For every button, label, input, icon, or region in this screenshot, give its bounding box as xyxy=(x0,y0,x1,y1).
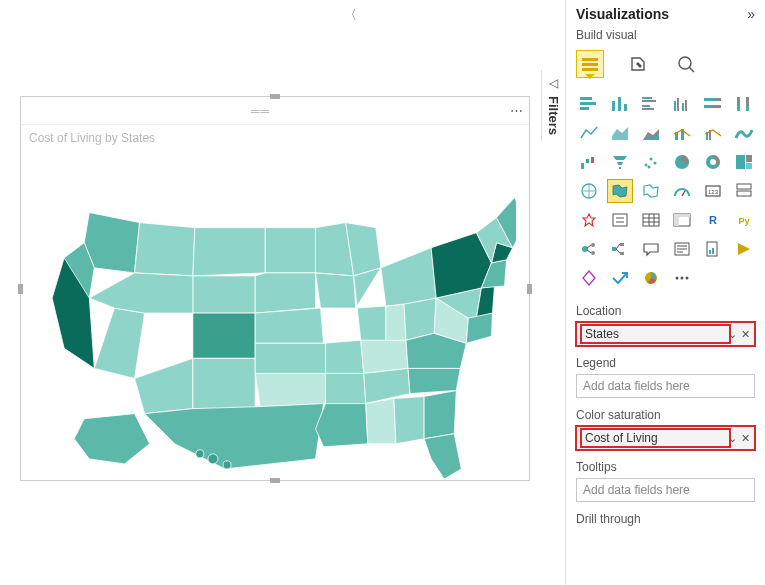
expand-filters-icon[interactable]: ◁ xyxy=(549,76,558,90)
collapse-vis-panel-icon[interactable]: 〈 xyxy=(344,6,357,24)
svg-rect-25 xyxy=(737,97,740,103)
vis-python[interactable]: Py xyxy=(731,208,757,232)
vis-power-automate[interactable] xyxy=(731,237,757,261)
expand-panel-icon[interactable]: » xyxy=(747,6,755,22)
vis-kpi[interactable] xyxy=(576,208,602,232)
vis-line-stacked-column[interactable] xyxy=(669,121,695,145)
vis-clustered-bar[interactable] xyxy=(638,92,664,116)
location-well-section: Location States ⌄✕ xyxy=(576,304,755,346)
svg-rect-61 xyxy=(674,214,690,217)
svg-rect-13 xyxy=(642,100,656,102)
vis-gauge[interactable] xyxy=(669,179,695,203)
svg-rect-51 xyxy=(613,214,627,226)
tooltips-field-well[interactable]: Add data fields here xyxy=(576,478,755,502)
more-options-icon[interactable]: ⋯ xyxy=(510,103,523,118)
svg-rect-15 xyxy=(642,108,654,110)
svg-rect-33 xyxy=(586,159,589,163)
vis-line-clustered-column[interactable] xyxy=(700,121,726,145)
vis-matrix[interactable] xyxy=(669,208,695,232)
visual-drag-handle[interactable]: ══ xyxy=(27,104,494,118)
resize-handle-top[interactable] xyxy=(270,94,280,99)
state-tx xyxy=(144,404,323,469)
saturation-label: Color saturation xyxy=(576,408,755,422)
vis-treemap[interactable] xyxy=(731,150,757,174)
vis-goals[interactable] xyxy=(607,266,633,290)
vis-slicer[interactable] xyxy=(607,208,633,232)
vis-azure-map[interactable] xyxy=(638,179,664,203)
vis-filled-map[interactable] xyxy=(607,179,633,203)
vis-100-stacked-bar[interactable] xyxy=(700,92,726,116)
state-id xyxy=(134,223,194,276)
svg-rect-19 xyxy=(685,100,687,111)
location-field-well[interactable]: States ⌄✕ xyxy=(576,322,755,346)
vis-stacked-column[interactable] xyxy=(607,92,633,116)
svg-rect-71 xyxy=(620,252,624,255)
svg-point-36 xyxy=(650,158,653,161)
legend-field-well[interactable]: Add data fields here xyxy=(576,374,755,398)
vis-qa[interactable] xyxy=(638,237,664,261)
remove-field-icon[interactable]: ✕ xyxy=(741,432,750,445)
vis-r-script[interactable]: R xyxy=(700,208,726,232)
map-visual-frame[interactable]: ══ ⋯ Cost of Living by States xyxy=(20,96,530,481)
vis-stacked-area[interactable] xyxy=(638,121,664,145)
vis-smart-narrative[interactable] xyxy=(669,237,695,261)
svg-point-64 xyxy=(582,246,588,252)
vis-card[interactable]: 123 xyxy=(700,179,726,203)
vis-stacked-bar[interactable] xyxy=(576,92,602,116)
chevron-down-icon[interactable]: ⌄ xyxy=(728,432,737,445)
vis-get-more[interactable] xyxy=(669,266,695,290)
resize-handle-right[interactable] xyxy=(527,284,532,294)
state-nc-sc xyxy=(408,369,460,394)
tab-analytics[interactable] xyxy=(672,50,700,78)
svg-point-65 xyxy=(591,243,595,247)
filters-pane-collapsed[interactable]: ◁ Filters xyxy=(541,70,565,141)
tooltips-placeholder: Add data fields here xyxy=(583,483,690,497)
state-fl xyxy=(424,434,461,478)
svg-point-38 xyxy=(648,166,651,169)
svg-rect-10 xyxy=(618,97,621,111)
tab-build-visual[interactable] xyxy=(576,50,604,78)
filters-label: Filters xyxy=(546,96,561,135)
vis-pie[interactable] xyxy=(669,150,695,174)
vis-line[interactable] xyxy=(576,121,602,145)
us-map xyxy=(21,151,529,486)
vis-area[interactable] xyxy=(607,121,633,145)
vis-decomposition-tree[interactable] xyxy=(607,237,633,261)
svg-rect-6 xyxy=(580,97,592,100)
svg-rect-23 xyxy=(711,105,721,108)
resize-handle-left[interactable] xyxy=(18,284,23,294)
svg-rect-32 xyxy=(581,163,584,169)
svg-rect-14 xyxy=(642,105,650,107)
vis-donut[interactable] xyxy=(700,150,726,174)
vis-100-stacked-column[interactable] xyxy=(731,92,757,116)
vis-waterfall[interactable] xyxy=(576,150,602,174)
state-al xyxy=(394,397,424,444)
chevron-down-icon[interactable]: ⌄ xyxy=(728,328,737,341)
vis-key-influencers[interactable] xyxy=(576,237,602,261)
svg-rect-18 xyxy=(682,103,684,111)
vis-power-apps[interactable] xyxy=(576,266,602,290)
vis-scatter[interactable] xyxy=(638,150,664,174)
visual-gallery: 123 R Py xyxy=(576,92,755,290)
svg-line-72 xyxy=(616,244,620,249)
panel-subtitle: Build visual xyxy=(576,28,755,42)
vis-funnel[interactable] xyxy=(607,150,633,174)
resize-handle-bottom[interactable] xyxy=(270,478,280,483)
vis-clustered-column[interactable] xyxy=(669,92,695,116)
vis-ribbon[interactable] xyxy=(731,121,757,145)
vis-map[interactable] xyxy=(576,179,602,203)
state-ne xyxy=(255,308,323,343)
vis-multi-row-card[interactable] xyxy=(731,179,757,203)
drill-through-section: Drill through xyxy=(576,512,755,530)
saturation-field-well[interactable]: Cost of Living ⌄✕ xyxy=(576,426,755,450)
vis-sankey[interactable] xyxy=(638,266,664,290)
vis-paginated-report[interactable] xyxy=(700,237,726,261)
saturation-well-section: Color saturation Cost of Living ⌄✕ xyxy=(576,408,755,450)
tab-format-visual[interactable] xyxy=(624,50,652,78)
state-mo xyxy=(323,341,363,374)
vis-table[interactable] xyxy=(638,208,664,232)
svg-rect-42 xyxy=(736,155,745,169)
svg-rect-69 xyxy=(612,247,616,251)
remove-field-icon[interactable]: ✕ xyxy=(741,328,750,341)
report-canvas: ══ ⋯ Cost of Living by States xyxy=(0,0,565,585)
